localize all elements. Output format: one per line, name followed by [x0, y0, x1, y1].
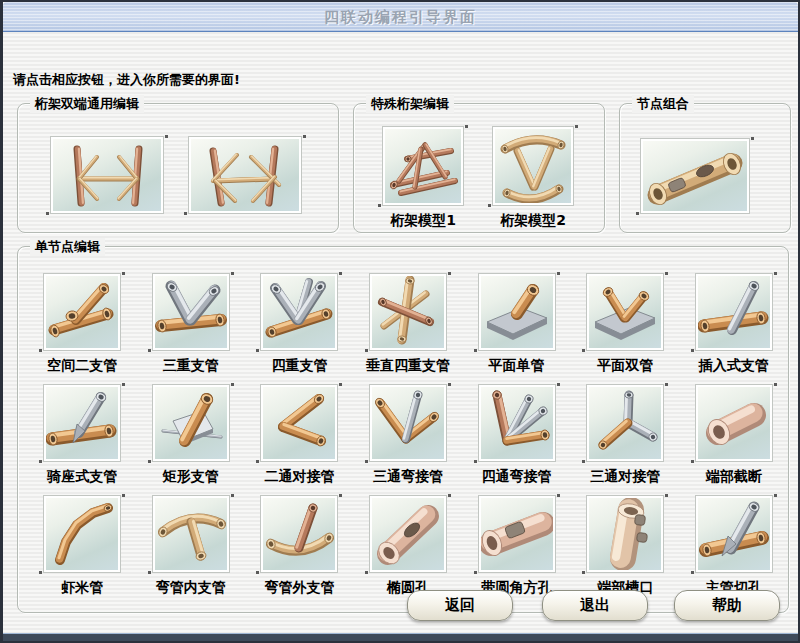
tile-truss-k-left[interactable] [50, 136, 164, 214]
grid-cell: 四通弯接管 [462, 384, 571, 485]
group-truss-double-end-title: 桁架双端通用编辑 [30, 95, 144, 113]
tile-three-way-elbow[interactable] [369, 384, 447, 462]
tile-three-way-butt[interactable] [586, 384, 664, 462]
tile-main-pipe-cut-hole[interactable] [695, 495, 773, 573]
grid-cell: 弯管内支管 [137, 495, 246, 596]
truss-model-2-label: 桁架模型2 [500, 212, 566, 229]
grid-item-label: 三重支管 [163, 357, 219, 374]
tile-combined-node[interactable] [640, 138, 750, 214]
four-way-elbow-icon [481, 387, 553, 459]
dialog-content: 请点击相应按钮，进入你所需要的界面! 桁架双端通用编辑 特殊桁架编辑 [3, 33, 798, 634]
segmented-elbow-icon [46, 498, 118, 570]
grid-item-label: 四通弯接管 [482, 468, 552, 485]
triple-branch-icon [155, 276, 227, 348]
grid-cell: 三重支管 [137, 273, 246, 374]
inserted-branch-icon [698, 276, 770, 348]
tile-saddle-branch[interactable] [43, 384, 121, 462]
rounded-square-hole-icon [481, 498, 553, 570]
grid-cell: 矩形支管 [137, 384, 246, 485]
truss-model-1-icon [385, 129, 461, 203]
truss-model-1-label: 桁架模型1 [390, 212, 456, 229]
group-special-truss: 特殊桁架编辑 桁架模型1 桁架模型2 [353, 103, 605, 233]
grid-item-label: 平面双管 [597, 357, 653, 374]
grid-cell: 二通对接管 [245, 384, 354, 485]
grid-cell: 椭圆孔 [354, 495, 463, 596]
grid-item-label: 插入式支管 [699, 357, 769, 374]
exit-button[interactable]: 退出 [542, 590, 648, 621]
grid-item-label: 端部截断 [706, 468, 762, 485]
three-way-elbow-icon [372, 387, 444, 459]
help-button[interactable]: 帮助 [674, 590, 780, 621]
quad-branch-icon [263, 276, 335, 348]
tile-bend-inner-branch[interactable] [152, 495, 230, 573]
grid-row: 空间二支管三重支管四重支管垂直四重支管平面单管平面双管插入式支管 [18, 273, 788, 374]
group-single-node-edit: 单节点编辑 空间二支管三重支管四重支管垂直四重支管平面单管平面双管插入式支管骑座… [17, 246, 789, 613]
tile-bend-outer-branch[interactable] [260, 495, 338, 573]
tile-rounded-square-hole[interactable] [478, 495, 556, 573]
grid-row: 虾米管弯管内支管弯管外支管椭圆孔带圆角方孔端部槽口主管切孔 [18, 495, 788, 596]
grid-item-label: 弯管外支管 [264, 579, 334, 596]
grid-cell: 空间二支管 [28, 273, 137, 374]
group-node-combination-title: 节点组合 [632, 95, 694, 113]
grid-item-label: 虾米管 [61, 579, 103, 596]
tile-plane-double-pipe[interactable] [586, 273, 664, 351]
tile-vertical-quad-branch[interactable] [369, 273, 447, 351]
grid-item-label: 三通弯接管 [373, 468, 443, 485]
tile-segmented-elbow[interactable] [43, 495, 121, 573]
tile-two-way-butt[interactable] [260, 384, 338, 462]
grid-item-label: 二通对接管 [264, 468, 334, 485]
tile-truss-k-right[interactable] [188, 136, 302, 214]
main-pipe-cut-hole-icon [698, 498, 770, 570]
plane-single-pipe-icon [481, 276, 553, 348]
truss-k-right-icon [191, 139, 299, 211]
grid-item-label: 弯管内支管 [156, 579, 226, 596]
grid-row: 骑座式支管矩形支管二通对接管三通弯接管四通弯接管三通对接管端部截断 [18, 384, 788, 485]
grid-item-label: 四重支管 [271, 357, 327, 374]
bend-outer-branch-icon [263, 498, 335, 570]
plane-double-pipe-icon [589, 276, 661, 348]
tile-quad-branch[interactable] [260, 273, 338, 351]
title-bar[interactable]: 四联动编程引导界面 [3, 2, 798, 32]
combined-node-icon [643, 141, 747, 211]
grid-item-label: 矩形支管 [163, 468, 219, 485]
tile-end-slot[interactable] [586, 495, 664, 573]
truss-model-2-icon [495, 129, 571, 203]
instruction-text: 请点击相应按钮，进入你所需要的界面! [13, 71, 240, 89]
group-special-truss-title: 特殊桁架编辑 [366, 95, 454, 113]
group-node-combination: 节点组合 [619, 103, 791, 233]
tile-triple-branch[interactable] [152, 273, 230, 351]
grid-cell: 端部槽口 [571, 495, 680, 596]
tile-space-two-branch[interactable] [43, 273, 121, 351]
grid-cell: 平面单管 [462, 273, 571, 374]
return-button[interactable]: 返回 [407, 590, 513, 621]
grid-cell: 端部截断 [679, 384, 788, 485]
rect-branch-icon [155, 387, 227, 459]
tile-rect-branch[interactable] [152, 384, 230, 462]
truss-k-left-icon [53, 139, 161, 211]
tile-four-way-elbow[interactable] [478, 384, 556, 462]
grid-cell: 插入式支管 [679, 273, 788, 374]
three-way-butt-icon [589, 387, 661, 459]
tile-ellipse-hole[interactable] [369, 495, 447, 573]
end-slot-icon [589, 498, 661, 570]
grid-cell: 三通对接管 [571, 384, 680, 485]
grid-cell: 平面双管 [571, 273, 680, 374]
tile-truss-model-1[interactable] [382, 126, 464, 206]
group-truss-double-end: 桁架双端通用编辑 [17, 103, 339, 233]
tile-truss-model-2[interactable] [492, 126, 574, 206]
dialog-window: 四联动编程引导界面 请点击相应按钮，进入你所需要的界面! 桁架双端通用编辑 特殊… [0, 0, 800, 643]
end-cutoff-icon [698, 387, 770, 459]
grid-cell: 虾米管 [28, 495, 137, 596]
grid-item-label: 骑座式支管 [47, 468, 117, 485]
tile-plane-single-pipe[interactable] [478, 273, 556, 351]
grid-item-label: 平面单管 [489, 357, 545, 374]
grid-cell: 带圆角方孔 [462, 495, 571, 596]
window-bottom-edge [3, 634, 798, 641]
grid-cell: 垂直四重支管 [354, 273, 463, 374]
tile-end-cutoff[interactable] [695, 384, 773, 462]
group-single-node-edit-title: 单节点编辑 [30, 238, 105, 256]
tile-inserted-branch[interactable] [695, 273, 773, 351]
window-title: 四联动编程引导界面 [324, 8, 477, 26]
grid-item-label: 三通对接管 [590, 468, 660, 485]
grid-item-label: 空间二支管 [47, 357, 117, 374]
